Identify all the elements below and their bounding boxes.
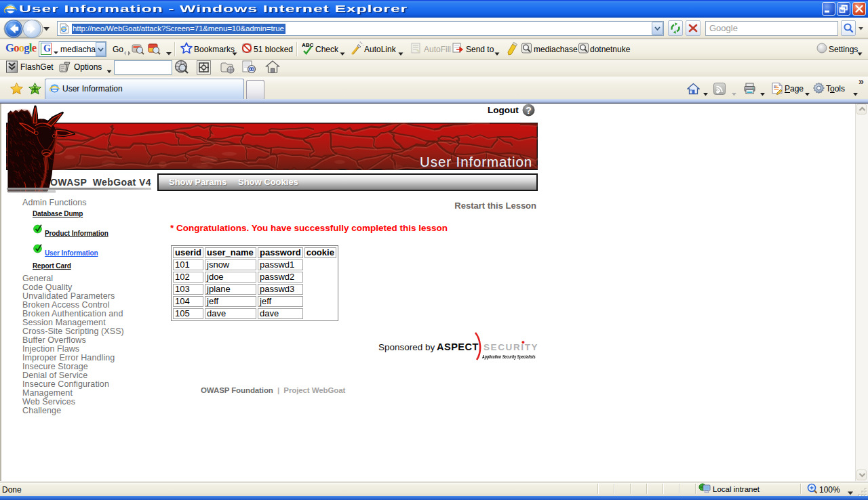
svg-text:?: ? bbox=[526, 105, 532, 116]
svg-text:User Information: User Information bbox=[420, 154, 532, 169]
svg-text:ABC: ABC bbox=[302, 42, 314, 48]
